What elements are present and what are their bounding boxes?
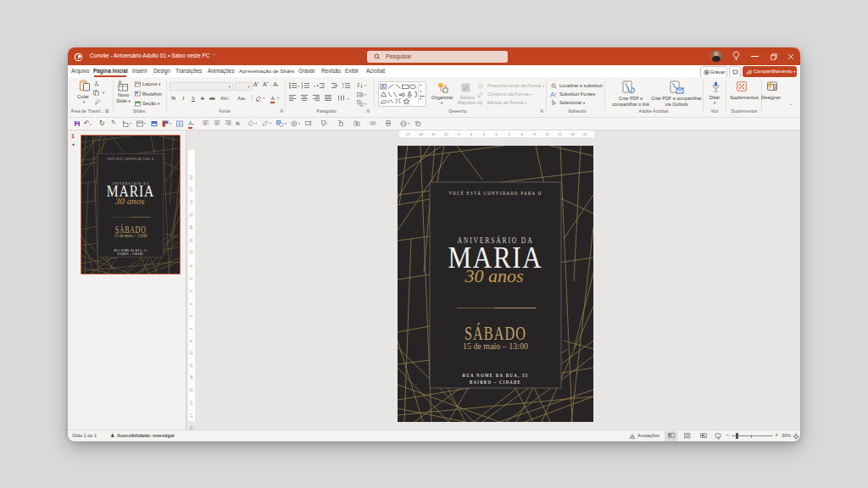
- svg-text:A: A: [381, 84, 385, 89]
- svg-text:A: A: [178, 121, 181, 125]
